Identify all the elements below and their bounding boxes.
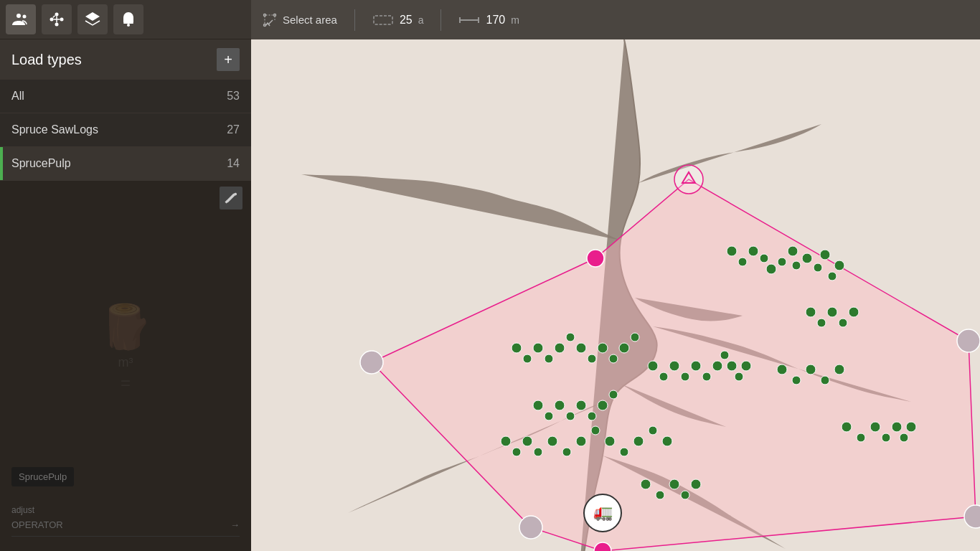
load-type-count-sawlogs: 27	[227, 123, 240, 136]
watermark-text: m³	[99, 355, 153, 370]
svg-point-69	[566, 412, 575, 420]
sidebar-title: Load types	[11, 52, 82, 68]
settings-button[interactable]	[220, 187, 242, 209]
svg-point-21	[674, 165, 703, 194]
svg-point-90	[821, 376, 829, 385]
svg-point-34	[814, 263, 822, 272]
distance-icon	[458, 14, 480, 26]
svg-point-39	[817, 319, 826, 327]
svg-point-101	[669, 479, 679, 489]
svg-point-72	[598, 400, 608, 410]
bottom-type-label: SprucePulp	[11, 467, 74, 486]
adjust-label: adjust	[11, 505, 240, 515]
handle-right[interactable]	[957, 329, 980, 352]
svg-point-51	[598, 343, 608, 353]
map-area[interactable]: 🚛	[251, 39, 980, 551]
svg-point-98	[906, 422, 916, 432]
svg-point-77	[534, 448, 542, 456]
svg-point-66	[533, 400, 543, 410]
load-type-list: All 53 Spruce SawLogs 27 SprucePulp 14	[0, 80, 251, 181]
svg-point-40	[827, 307, 837, 317]
load-type-all[interactable]: All 53	[0, 80, 251, 113]
load-type-name-all: All	[11, 90, 24, 103]
operator-label: OPERATOR	[11, 519, 63, 530]
svg-point-53	[619, 343, 629, 353]
svg-point-85	[649, 426, 657, 435]
load-type-sprucepulp[interactable]: SprucePulp 14	[0, 147, 251, 181]
svg-point-55	[648, 361, 658, 371]
harvester-vehicle: 🚛	[584, 494, 621, 532]
bottom-adjust-label: adjust	[11, 505, 240, 515]
nav-alerts-button[interactable]	[113, 4, 143, 34]
svg-point-59	[691, 361, 701, 371]
svg-point-52	[609, 354, 618, 363]
svg-point-37	[834, 260, 844, 270]
svg-rect-16	[374, 16, 392, 24]
load-type-spruce-sawlogs[interactable]: Spruce SawLogs 27	[0, 113, 251, 147]
users-icon	[12, 11, 29, 28]
svg-point-47	[555, 343, 565, 353]
handle-bottom-left[interactable]	[519, 516, 542, 539]
svg-point-94	[870, 422, 880, 432]
svg-point-68	[555, 400, 565, 410]
layers-icon	[84, 11, 101, 28]
svg-point-100	[656, 491, 664, 499]
svg-point-80	[576, 436, 586, 446]
triangle-handle-top[interactable]	[674, 165, 703, 194]
svg-point-36	[828, 272, 837, 281]
handle-left[interactable]	[360, 351, 383, 374]
svg-point-83	[620, 448, 628, 456]
load-type-name-pulp: SprucePulp	[11, 157, 71, 170]
svg-point-92	[842, 422, 852, 432]
svg-point-89	[806, 364, 816, 375]
svg-point-28	[760, 254, 768, 263]
handle-pink-top[interactable]	[587, 250, 604, 267]
operator-value: →	[230, 519, 240, 530]
svg-point-56	[659, 372, 668, 381]
nav-nodes-button[interactable]	[42, 4, 72, 34]
svg-point-103	[691, 479, 701, 489]
area-value: 25	[400, 14, 413, 27]
svg-point-26	[738, 258, 747, 266]
watermark-icon: 🪵	[99, 301, 153, 352]
wrench-icon	[225, 192, 237, 204]
svg-point-57	[669, 361, 679, 371]
load-type-count-all: 53	[227, 90, 240, 103]
svg-point-86	[662, 436, 672, 446]
svg-point-79	[562, 448, 571, 456]
nav-layers-button[interactable]	[77, 4, 108, 34]
svg-point-3	[55, 13, 59, 17]
distance-value: 170	[486, 14, 505, 27]
svg-point-93	[857, 433, 865, 442]
svg-point-14	[264, 24, 266, 26]
load-type-count-pulp: 14	[227, 157, 240, 170]
svg-point-5	[55, 23, 59, 27]
svg-point-84	[633, 436, 644, 446]
svg-point-63	[727, 361, 737, 371]
svg-point-99	[641, 479, 651, 489]
svg-point-29	[766, 264, 776, 274]
svg-point-30	[778, 258, 786, 266]
nav-users-button[interactable]	[6, 4, 36, 34]
add-load-type-button[interactable]: +	[217, 48, 240, 71]
svg-point-45	[533, 343, 543, 353]
svg-point-43	[512, 343, 522, 353]
svg-point-44	[523, 354, 532, 363]
alerts-icon	[120, 11, 137, 28]
svg-point-13	[274, 14, 276, 16]
svg-point-73	[609, 390, 618, 399]
toolbar-right: Select area 25 a 170 m	[251, 0, 980, 39]
area-icon	[372, 14, 394, 26]
svg-point-58	[681, 372, 689, 381]
svg-point-75	[512, 448, 521, 456]
svg-point-38	[806, 307, 816, 317]
svg-point-35	[820, 250, 830, 260]
svg-point-70	[576, 400, 586, 410]
svg-line-15	[268, 20, 273, 24]
toolbar-left	[0, 0, 251, 39]
select-area-label: Select area	[283, 14, 337, 26]
svg-point-61	[712, 361, 722, 371]
area-display: 25 a	[372, 14, 424, 27]
select-area-tool[interactable]: Select area	[263, 13, 337, 27]
sidebar-bottom-header	[0, 181, 251, 215]
